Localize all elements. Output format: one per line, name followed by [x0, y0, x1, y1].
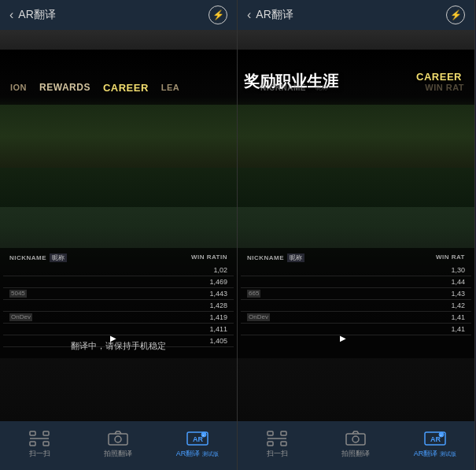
menu-bar-right: NICKNAME 昵称 WIN RAT [238, 68, 474, 107]
svg-rect-12 [281, 431, 286, 435]
top-bar-title-right: AR翻译 [256, 8, 293, 22]
flash-icon-right[interactable]: ⚡ [446, 6, 465, 24]
stat-row-2-left: 1,469 [209, 278, 227, 286]
bottom-bar-right: 扫一扫 拍照翻译 AR + AR翻 [238, 421, 474, 470]
ar-label-left: AR翻译 测试版 [176, 450, 219, 458]
flash-icon-left[interactable]: ⚡ [208, 6, 227, 24]
top-bar-left: ‹ AR翻译 ⚡ [0, 0, 237, 30]
nickname-label-left: NICKNAME [9, 254, 46, 261]
nickname-val-left: 昵称 [50, 254, 67, 262]
stat-row-4-right: 1,42 [451, 302, 465, 309]
back-arrow-left[interactable]: ‹ [9, 8, 13, 22]
tag-ondev-right: OnDev [247, 313, 270, 321]
svg-rect-14 [281, 442, 286, 446]
nickname-label-right: NICKNAME [247, 254, 284, 261]
tag-5045-left: 5045 [9, 290, 27, 298]
stat-row-5-right: 1,41 [451, 313, 465, 321]
photo-label-left: 拍照翻译 [104, 450, 132, 458]
stat-row-5-left: 1,419 [209, 313, 227, 321]
menu-bar-left: ION REWARDS CAREER LEA [0, 68, 237, 107]
top-bar-title-left: AR翻译 [18, 8, 55, 22]
menu-rewards-right: NICKNAME [254, 83, 312, 92]
svg-rect-11 [268, 431, 273, 435]
cursor-right: ▶ [340, 334, 346, 342]
menu-win-right: WIN RAT [419, 83, 470, 92]
scan-label-right: 扫一扫 [267, 450, 288, 458]
back-arrow-right[interactable]: ‹ [247, 8, 251, 22]
scan-button-left[interactable]: 扫一扫 [16, 430, 63, 458]
menu-ion-left: ION [4, 83, 33, 92]
win-rating-label-left: WIN RATIN [191, 254, 227, 262]
stat-row-1-left: 1,02 [213, 266, 227, 274]
stats-area-right: NICKNAME 昵称 WIN RAT 1,30 1,44 665 1,43 1… [238, 248, 474, 358]
stat-row-6-right: 1,41 [451, 325, 465, 333]
photo-button-right[interactable]: 拍照翻译 [332, 430, 379, 458]
camera-view-right: 奖励职业生涯 CAREER NICKNAME 昵称 WIN RAT NICKNA… [238, 30, 474, 421]
svg-point-6 [115, 436, 121, 442]
menu-rewards-left: REWARDS [33, 82, 97, 93]
stat-row-2-right: 1,44 [451, 278, 465, 286]
photo-label-right: 拍照翻译 [341, 450, 370, 458]
top-bar-right: ‹ AR翻译 ⚡ [238, 0, 474, 30]
right-panel: ‹ AR翻译 ⚡ 奖励职业生涯 CAREER NICKNAME 昵称 WIN R… [238, 0, 475, 470]
camera-view-left: ION REWARDS CAREER LEA NICKNAME 昵称 WIN R… [0, 30, 237, 421]
status-text-left: 翻译中，请保持手机稳定 [0, 340, 237, 352]
stat-row-3-right: 1,43 [451, 290, 465, 298]
ar-icon-left: AR + [186, 430, 208, 447]
ar-button-left[interactable]: AR + AR翻译 测试版 [174, 430, 221, 458]
menu-nickname-right: 昵称 [315, 83, 328, 92]
menu-lea-left: LEA [155, 83, 186, 92]
left-panel: ‹ AR翻译 ⚡ ION REWARDS CAREER LEA NICKNAME… [0, 0, 238, 470]
menu-career-left: CAREER [97, 82, 155, 94]
scan-label-left: 扫一扫 [29, 450, 50, 458]
svg-rect-2 [30, 442, 35, 446]
photo-button-left[interactable]: 拍照翻译 [94, 430, 142, 458]
win-rating-label-right: WIN RAT [436, 254, 465, 262]
ar-button-right[interactable]: AR + AR翻译 测试版 [411, 430, 459, 458]
svg-point-17 [352, 436, 359, 442]
svg-rect-3 [43, 442, 49, 446]
svg-rect-16 [346, 434, 365, 445]
stat-row-3-left: 1,443 [209, 290, 227, 298]
camera-icon-left [107, 430, 129, 447]
svg-rect-0 [30, 431, 35, 435]
svg-rect-5 [109, 434, 127, 445]
scan-icon-right [266, 430, 288, 447]
nickname-val-right: 昵称 [287, 254, 304, 262]
ar-icon-right: AR + [424, 430, 446, 447]
stat-row-4-left: 1,428 [209, 302, 227, 309]
camera-icon-right [345, 430, 367, 447]
stat-row-6-left: 1,411 [209, 325, 227, 333]
tag-665-right: 665 [247, 290, 260, 298]
scan-icon-left [28, 430, 50, 447]
cursor-left: ▶ [110, 334, 116, 342]
ar-label-right: AR翻译 测试版 [414, 450, 456, 458]
svg-rect-13 [268, 442, 273, 446]
stat-row-1-right: 1,30 [451, 266, 465, 274]
svg-rect-1 [43, 431, 49, 435]
tag-ondev-left: OnDev [9, 313, 32, 321]
scan-button-right[interactable]: 扫一扫 [253, 430, 301, 458]
bottom-bar-left: 扫一扫 拍照翻译 AR + AR翻 [0, 421, 237, 470]
